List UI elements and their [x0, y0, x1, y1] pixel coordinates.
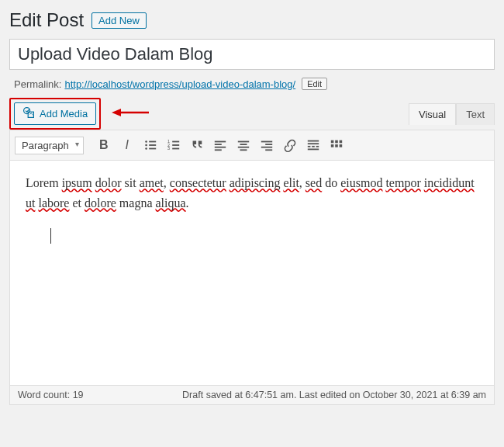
svg-rect-15: [172, 148, 179, 150]
svg-rect-11: [172, 141, 179, 143]
svg-rect-27: [265, 149, 272, 151]
svg-text:3: 3: [167, 146, 170, 151]
add-media-label: Add Media: [40, 108, 88, 120]
svg-rect-28: [308, 140, 319, 142]
bullet-list-button[interactable]: [140, 134, 161, 156]
svg-rect-5: [149, 141, 156, 143]
word-count: Word count: 19: [18, 390, 84, 400]
align-center-button[interactable]: [233, 134, 254, 156]
annotation-arrow: [112, 106, 149, 122]
text-cursor: [50, 228, 51, 244]
svg-rect-39: [339, 144, 342, 147]
svg-rect-22: [238, 147, 249, 148]
svg-rect-34: [331, 140, 334, 144]
read-more-button[interactable]: [302, 134, 324, 156]
svg-rect-35: [335, 140, 338, 144]
svg-rect-21: [240, 144, 247, 145]
number-list-button[interactable]: 123: [163, 134, 185, 156]
link-button[interactable]: [279, 134, 301, 156]
permalink-row: Permalink: http://localhost/wordpress/up…: [9, 74, 495, 98]
svg-rect-33: [308, 149, 319, 151]
svg-rect-29: [308, 143, 319, 144]
svg-rect-25: [265, 144, 272, 145]
svg-rect-36: [339, 140, 342, 144]
bold-button[interactable]: B: [93, 134, 115, 156]
svg-rect-16: [215, 141, 226, 143]
svg-rect-26: [261, 147, 272, 148]
svg-rect-38: [335, 144, 338, 147]
svg-point-8: [145, 147, 147, 150]
editor-content[interactable]: Lorem ipsum dolor sit amet, consectetur …: [9, 161, 495, 386]
media-icon: [22, 106, 35, 121]
status-bar: Word count: 19 Draft saved at 6:47:51 am…: [9, 386, 495, 405]
draft-saved-text: Draft saved at 6:47:51 am. Last edited o…: [182, 390, 486, 400]
svg-rect-19: [215, 149, 222, 151]
post-title-input[interactable]: [9, 39, 495, 70]
tab-visual[interactable]: Visual: [409, 103, 456, 125]
format-dropdown[interactable]: Paragraph: [15, 137, 84, 154]
blockquote-button[interactable]: [186, 134, 208, 156]
tab-text[interactable]: Text: [456, 103, 495, 125]
add-new-button[interactable]: Add New: [91, 12, 147, 29]
svg-rect-32: [316, 146, 319, 147]
permalink-label: Permalink:: [14, 78, 61, 90]
svg-point-0: [24, 108, 30, 114]
svg-rect-31: [312, 146, 315, 147]
svg-rect-30: [308, 146, 311, 147]
svg-rect-24: [261, 141, 272, 143]
toolbar-toggle-button[interactable]: [326, 134, 347, 156]
page-title: Edit Post: [9, 9, 84, 31]
svg-rect-13: [172, 144, 179, 146]
svg-rect-37: [331, 144, 334, 147]
edit-permalink-button[interactable]: Edit: [302, 78, 327, 90]
align-left-button[interactable]: [209, 134, 231, 156]
svg-rect-20: [238, 141, 249, 143]
svg-rect-18: [215, 147, 226, 148]
italic-button[interactable]: I: [116, 134, 138, 156]
svg-rect-9: [149, 148, 156, 150]
svg-point-4: [145, 140, 147, 143]
editor-toolbar: Paragraph B I 123: [9, 130, 495, 161]
annotation-highlight: Add Media: [9, 98, 101, 130]
svg-rect-23: [240, 149, 247, 151]
align-right-button[interactable]: [256, 134, 278, 156]
svg-rect-7: [149, 144, 156, 146]
add-media-button[interactable]: Add Media: [14, 102, 96, 125]
svg-marker-3: [112, 109, 121, 116]
svg-point-6: [145, 144, 147, 147]
svg-rect-17: [215, 144, 222, 145]
permalink-url[interactable]: http://localhost/wordpress/upload-video-…: [64, 78, 295, 90]
